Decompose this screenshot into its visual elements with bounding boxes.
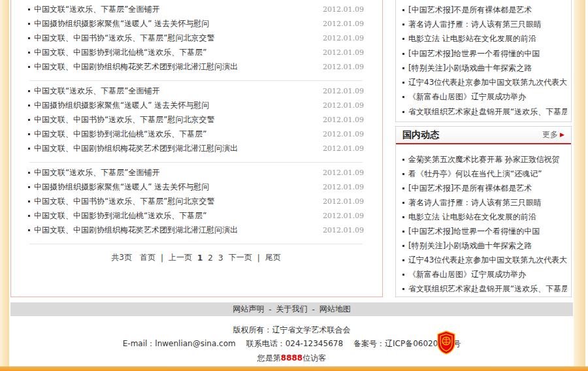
sidebar-news-link[interactable]: 电影立法 让电影站在文化发展的前沿 bbox=[408, 212, 567, 223]
group-divider bbox=[29, 162, 363, 163]
bullet-icon bbox=[402, 187, 404, 189]
bullet-icon bbox=[28, 8, 30, 10]
news-item-link[interactable]: 中国文联、中国书协“送欢乐、下基层”慰问北京交警 bbox=[34, 114, 316, 125]
news-item-link[interactable]: 中国文联、中国剧协组织梅花奖艺术团到湖北潜江慰问演出 bbox=[34, 225, 316, 236]
news-item-link[interactable]: 中国文联、中国书协“送欢乐、下基层”慰问北京交警 bbox=[34, 196, 316, 207]
panel-title: 国内动态 bbox=[402, 129, 439, 141]
news-item: 中国摄协组织摄影家聚焦“送暖人” 送去关怀与慰问 2012.01.09 bbox=[28, 180, 364, 194]
bottom-accent-bar bbox=[0, 366, 588, 371]
footer-link-statement[interactable]: 网站声明 bbox=[233, 304, 264, 315]
news-item-link[interactable]: 中国摄协组织摄影家聚焦“送暖人” 送去关怀与慰问 bbox=[34, 182, 316, 193]
pagination-separator: | bbox=[161, 253, 163, 263]
news-item-date: 2012.01.09 bbox=[323, 226, 364, 234]
sidebar-news-link[interactable]: [中国艺术报]不是所有裸体都是艺术 bbox=[408, 183, 567, 194]
sidebar-news-link[interactable]: 著名诗人雷抒雁：诗人该有第三只眼睛 bbox=[408, 197, 567, 208]
footer-link-separator: - bbox=[269, 305, 271, 314]
more-arrow-icon: ▶ bbox=[560, 132, 564, 138]
bullet-icon bbox=[28, 133, 30, 135]
bullet-icon bbox=[402, 159, 404, 161]
bullet-icon bbox=[28, 215, 30, 217]
sidebar-news-item: 看《牡丹亭》何以在当代上演“还魂记” bbox=[402, 167, 567, 181]
news-item: 中国文联“送欢乐、下基层”全面铺开 2012.01.09 bbox=[28, 2, 364, 16]
sidebar-news-item: 《新富春山居图》辽宁展成功举办 bbox=[402, 267, 567, 282]
news-item-date: 2012.01.09 bbox=[323, 48, 364, 57]
pagination-page-2[interactable]: 2 bbox=[208, 253, 213, 263]
bullet-icon bbox=[402, 173, 404, 175]
news-item: 中国文联、中国剧协组织梅花奖艺术团到湖北潜江慰问演出 2012.01.09 bbox=[28, 223, 364, 237]
news-item-link[interactable]: 中国文联、中国书协“送欢乐、下基层”慰问北京交警 bbox=[34, 33, 316, 44]
news-item-link[interactable]: 中国文联、中国剧协组织梅花奖艺术团到湖北潜江慰问演出 bbox=[34, 61, 316, 73]
sidebar-news-item: [中国艺术报]不是所有裸体都是艺术 bbox=[402, 181, 567, 195]
bullet-icon bbox=[28, 105, 30, 106]
visitor-counter: 您是第8888位访客 bbox=[10, 353, 573, 364]
sidebar-news-link[interactable]: 《新富春山居图》辽宁展成功举办 bbox=[408, 269, 567, 280]
bullet-icon bbox=[402, 288, 404, 290]
sidebar-news-link[interactable]: [中国艺术报]给世界一个看得懂的中国 bbox=[408, 48, 567, 59]
sidebar-news-item: [特别关注]小剧场戏曲十年探索之路 bbox=[402, 238, 567, 253]
security-badge-icon[interactable] bbox=[436, 331, 456, 355]
left-decor-strip bbox=[0, 0, 9, 371]
sidebar-news-item: [中国艺术报]给世界一个看得懂的中国 bbox=[402, 46, 567, 61]
visitor-prefix: 您是第 bbox=[257, 353, 281, 363]
bullet-icon bbox=[28, 90, 30, 92]
sidebar-news-link[interactable]: [中国艺术报]不是所有裸体都是艺术 bbox=[408, 5, 567, 16]
footer-link-sitemap[interactable]: 网站地图 bbox=[319, 304, 351, 315]
email-label: E-mail： bbox=[123, 339, 155, 348]
news-item-link[interactable]: 中国文联、中国影协到湖北仙桃“送欢乐、下基层” bbox=[34, 47, 316, 58]
footer-link-about[interactable]: 关于我们 bbox=[276, 304, 308, 315]
sidebar-news-link[interactable]: 辽宁43位代表赴京参加中国文联第九次代表大会 bbox=[408, 77, 567, 88]
news-group-1: 中国文联“送欢乐、下基层”全面铺开 2012.01.09 中国摄协组织摄影家聚焦… bbox=[28, 2, 364, 74]
news-item-link[interactable]: 中国摄协组织摄影家聚焦“送暖人” 送去关怀与慰问 bbox=[34, 100, 316, 111]
sidebar-news-link[interactable]: 电影立法 让电影站在文化发展的前沿 bbox=[408, 33, 567, 44]
sidebar-news-link[interactable]: 著名诗人雷抒雁：诗人该有第三只眼睛 bbox=[408, 19, 567, 30]
pagination-next[interactable]: 下一页 bbox=[229, 252, 252, 263]
pagination-last[interactable]: 尾页 bbox=[265, 252, 281, 263]
sidebar-news-link[interactable]: [中国艺术报]给世界一个看得懂的中国 bbox=[408, 226, 567, 237]
news-item: 中国文联、中国影协到湖北仙桃“送欢乐、下基层” 2012.01.09 bbox=[28, 127, 364, 141]
footer-links-bar: 网站声明 - 关于我们 - 网站地图 bbox=[10, 302, 573, 316]
pagination-page-1: 1 bbox=[197, 253, 203, 263]
news-group-2: 中国文联“送欢乐、下基层”全面铺开 2012.01.09 中国摄协组织摄影家聚焦… bbox=[28, 84, 364, 155]
news-item-link[interactable]: 中国文联、中国剧协组织梅花奖艺术团到湖北潜江慰问演出 bbox=[34, 143, 316, 154]
news-item-date: 2012.01.09 bbox=[323, 20, 364, 28]
sidebar-news-link[interactable]: 《新富春山居图》辽宁展成功举办 bbox=[408, 91, 567, 103]
sidebar-news-item: 著名诗人雷抒雁：诗人该有第三只眼睛 bbox=[402, 195, 567, 210]
sidebar-news-link[interactable]: 省文联组织艺术家赴盘锦开展“送欢乐、下基层” bbox=[408, 283, 567, 295]
sidebar-news-item: 辽宁43位代表赴京参加中国文联第九次代表大会 bbox=[402, 253, 567, 267]
sidebar-news-link[interactable]: [特别关注]小剧场戏曲十年探索之路 bbox=[408, 63, 567, 74]
news-item: 中国文联“送欢乐、下基层”全面铺开 2012.01.09 bbox=[28, 165, 364, 180]
sidebar-news-item: 电影立法 让电影站在文化发展的前沿 bbox=[402, 32, 567, 46]
bullet-icon bbox=[402, 245, 404, 247]
contact-line: E-mail：lnwenlian@sina.com 联系电话：024-12345… bbox=[10, 338, 573, 349]
news-item-link[interactable]: 中国文联、中国影协到湖北仙桃“送欢乐、下基层” bbox=[34, 210, 316, 221]
bullet-icon bbox=[402, 82, 404, 84]
bullet-icon bbox=[402, 216, 404, 218]
news-item-link[interactable]: 中国文联“送欢乐、下基层”全面铺开 bbox=[34, 86, 316, 97]
pagination-page-3[interactable]: 3 bbox=[218, 253, 223, 263]
footer-link-separator: - bbox=[312, 305, 315, 314]
pagination-prev[interactable]: 上一页 bbox=[169, 252, 192, 263]
sidebar-news-link[interactable]: 省文联组织艺术家赴盘锦开展“送欢乐、下基层” bbox=[408, 106, 567, 118]
sidebar-news-link[interactable]: 辽宁43位代表赴京参加中国文联第九次代表大会 bbox=[408, 255, 567, 266]
email-link[interactable]: lnwenlian@sina.com bbox=[155, 339, 235, 348]
bullet-icon bbox=[402, 96, 404, 98]
sidebar-news-link[interactable]: 看《牡丹亭》何以在当代上演“还魂记” bbox=[408, 169, 567, 180]
news-item-link[interactable]: 中国文联、中国影协到湖北仙桃“送欢乐、下基层” bbox=[34, 129, 316, 140]
news-item-date: 2012.01.09 bbox=[323, 116, 364, 124]
copyright-text: 版权所有：辽宁省文学艺术联合会 bbox=[10, 325, 573, 336]
news-item-date: 2012.01.09 bbox=[323, 130, 364, 138]
news-item: 中国摄协组织摄影家聚焦“送暖人” 送去关怀与慰问 2012.01.09 bbox=[28, 16, 364, 31]
more-link[interactable]: 更多 ▶ bbox=[542, 129, 564, 140]
news-item: 中国文联、中国影协到湖北仙桃“送欢乐、下基层” 2012.01.09 bbox=[28, 208, 364, 223]
news-item-link[interactable]: 中国摄协组织摄影家聚焦“送暖人” 送去关怀与慰问 bbox=[34, 18, 316, 29]
bullet-icon bbox=[402, 231, 404, 233]
sidebar-news-link[interactable]: [特别关注]小剧场戏曲十年探索之路 bbox=[408, 240, 567, 251]
news-item: 中国文联、中国剧协组织梅花奖艺术团到湖北潜江慰问演出 2012.01.09 bbox=[28, 141, 364, 155]
news-item-link[interactable]: 中国文联“送欢乐、下基层”全面铺开 bbox=[34, 167, 316, 178]
bullet-icon bbox=[28, 37, 30, 39]
bullet-icon bbox=[402, 111, 404, 113]
sidebar-news-link[interactable]: 金菊奖第五次魔术比赛开幕 孙家正致信祝贺 bbox=[408, 154, 567, 165]
news-item-link[interactable]: 中国文联“送欢乐、下基层”全面铺开 bbox=[34, 4, 316, 15]
pagination-first[interactable]: 首页 bbox=[140, 252, 155, 263]
bullet-icon bbox=[28, 186, 30, 188]
